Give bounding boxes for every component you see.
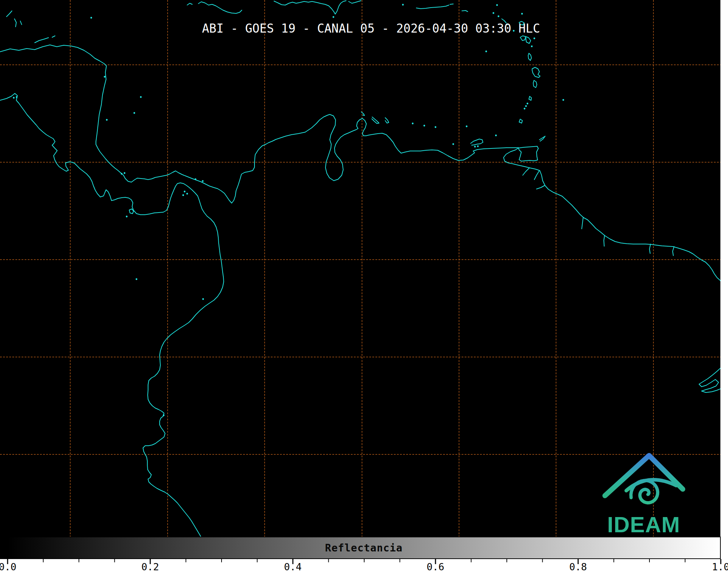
island-dot bbox=[402, 4, 404, 6]
colorbar-axis: 0.00.20.40.60.81.0 bbox=[0, 559, 728, 571]
coastline-guadeloupe-east bbox=[526, 37, 531, 43]
coastline-st-vincent bbox=[529, 96, 531, 100]
coastlines bbox=[0, 1, 720, 559]
graticule bbox=[0, 0, 720, 559]
island-dot bbox=[16, 96, 18, 98]
colorbar-tick-label: 0.4 bbox=[284, 561, 302, 571]
coastline-margarita bbox=[471, 139, 483, 145]
map-plot: IDEAM bbox=[0, 0, 720, 559]
coastline-belize-cay-3 bbox=[20, 21, 22, 25]
coastline-vieques bbox=[450, 4, 453, 4]
ideam-logo: IDEAM bbox=[605, 455, 683, 537]
colorbar-label: Reflectancia bbox=[325, 542, 403, 554]
coastline-essequibo-river bbox=[582, 217, 583, 229]
coastline-curacao bbox=[372, 117, 379, 123]
coastline-roatan bbox=[35, 38, 49, 43]
island-dot bbox=[91, 17, 92, 19]
coastline-dominica bbox=[528, 53, 531, 60]
island-dot bbox=[474, 146, 476, 148]
coastline-suriname-river bbox=[649, 244, 651, 253]
island-dot bbox=[495, 135, 497, 137]
logo-hurricane-spiral-icon bbox=[631, 480, 658, 503]
island-dot bbox=[412, 123, 414, 125]
island-dot bbox=[202, 180, 204, 182]
colorbar-tick-label: 1.0 bbox=[712, 561, 728, 571]
island-dot bbox=[186, 193, 188, 195]
coastline-orinoco-inner-channel bbox=[536, 185, 545, 189]
colorbar-tick-label: 0.6 bbox=[427, 561, 445, 571]
island-dot bbox=[424, 125, 425, 127]
coastline-maroni-river bbox=[673, 247, 674, 256]
island-dot bbox=[521, 13, 523, 15]
map-canvas: IDEAM ABI - GOES 19 - CANAL 05 - 2026-04… bbox=[0, 0, 720, 559]
island-dot bbox=[13, 97, 15, 99]
island-dot bbox=[496, 4, 498, 6]
coastline-jamaica-west-tip bbox=[187, 3, 192, 5]
coastline-bonaire bbox=[385, 118, 389, 123]
colorbar-tick-label: 0.8 bbox=[569, 561, 587, 571]
island-dot bbox=[124, 172, 126, 174]
coastline-amazon-river-bank bbox=[699, 368, 720, 392]
coastline-caribbean-mainland-coast bbox=[0, 45, 720, 281]
coastline-orinoco-delta-channel-2 bbox=[534, 171, 539, 180]
island-dot bbox=[527, 103, 529, 105]
island-dot bbox=[531, 46, 533, 47]
coastline-martinique bbox=[532, 67, 540, 77]
satellite-image-viewer: IDEAM ABI - GOES 19 - CANAL 05 - 2026-04… bbox=[0, 0, 728, 571]
coastline-guanaja bbox=[52, 36, 55, 37]
map-title: ABI - GOES 19 - CANAL 05 - 2026-04-30 03… bbox=[202, 21, 540, 35]
island-dot bbox=[435, 126, 437, 128]
island-dot bbox=[534, 38, 535, 39]
island-dot bbox=[106, 119, 108, 121]
island-dot bbox=[121, 173, 123, 175]
coastline-belize-cay-2 bbox=[14, 19, 16, 27]
island-dot bbox=[136, 278, 138, 280]
coastline-puerto-rico-south-coast bbox=[416, 5, 449, 9]
island-dot bbox=[134, 112, 135, 114]
coastline-hispaniola-south-coast bbox=[274, 1, 346, 14]
coastline-pacific-mainland-coast bbox=[0, 93, 224, 559]
colorbar-tick-label: 0.2 bbox=[142, 561, 159, 571]
coastline-st-lucia bbox=[533, 80, 537, 88]
coastline-hispaniola-east-coast bbox=[349, 1, 361, 3]
island-dot bbox=[195, 179, 197, 180]
coastline-tobago bbox=[539, 136, 545, 141]
island-dot bbox=[493, 12, 495, 14]
colorbar-tick-label: 0.0 bbox=[0, 561, 16, 571]
island-dot bbox=[163, 415, 165, 416]
island-dot bbox=[563, 99, 564, 101]
coastline-st-croix bbox=[462, 11, 468, 12]
logo-ideam-text: IDEAM bbox=[607, 512, 680, 537]
island-dot bbox=[184, 191, 186, 193]
coastline-trinidad bbox=[518, 146, 538, 161]
island-dot bbox=[202, 298, 204, 300]
island-dot bbox=[524, 108, 526, 110]
coastline-belize-cay-1 bbox=[7, 11, 12, 17]
island-dot bbox=[126, 216, 128, 218]
coastline-grenada bbox=[519, 119, 522, 123]
island-dot bbox=[466, 126, 468, 127]
island-dot bbox=[333, 16, 334, 18]
island-dot bbox=[498, 16, 500, 17]
island-dot bbox=[477, 146, 479, 147]
island-dot bbox=[485, 51, 487, 53]
coastline-guadeloupe-west bbox=[520, 36, 526, 41]
island-dot bbox=[104, 76, 106, 78]
coastline-orinoco-delta-channel-1 bbox=[523, 168, 529, 175]
island-dot bbox=[140, 96, 142, 98]
island-dot bbox=[182, 194, 184, 196]
coastline-jamaica-south-coast bbox=[198, 2, 242, 13]
colorbar: Reflectancia bbox=[7, 537, 721, 559]
coastline-berbice-river bbox=[604, 235, 605, 246]
island-dot bbox=[525, 105, 527, 107]
island-dot bbox=[453, 143, 454, 145]
